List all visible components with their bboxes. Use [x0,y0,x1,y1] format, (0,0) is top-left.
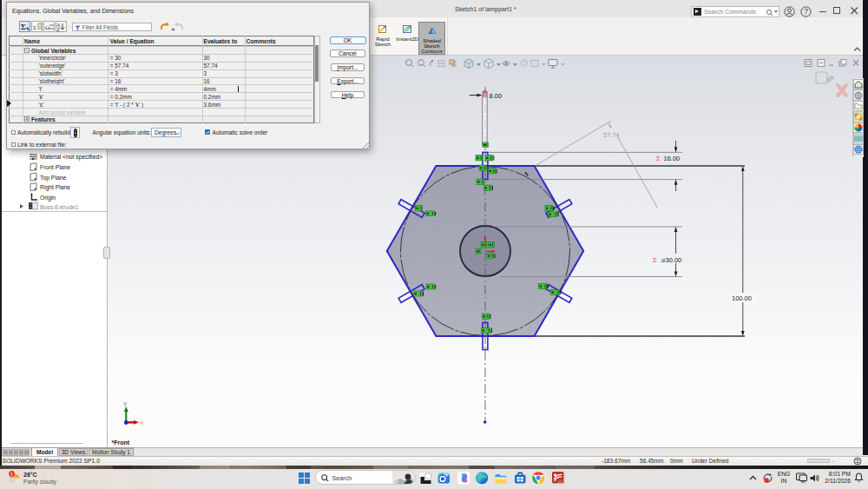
svg-text:Right Plane: Right Plane [40,184,70,191]
svg-text:Ω: Ω [45,24,49,31]
svg-text:!: ! [11,471,13,476]
svg-text:Material <not specified>: Material <not specified> [40,154,102,161]
svg-text:Σ: Σ [21,23,26,31]
svg-text:Front Plane: Front Plane [40,164,70,170]
svg-text:Boss-Extrude1: Boss-Extrude1 [40,204,79,210]
svg-text:2022: 2022 [557,479,563,483]
svg-text:Origin: Origin [40,195,56,202]
svg-text:?: ? [804,7,808,16]
svg-text:Top Plane: Top Plane [40,175,66,182]
svg-text:Σ: Σ [33,24,36,31]
